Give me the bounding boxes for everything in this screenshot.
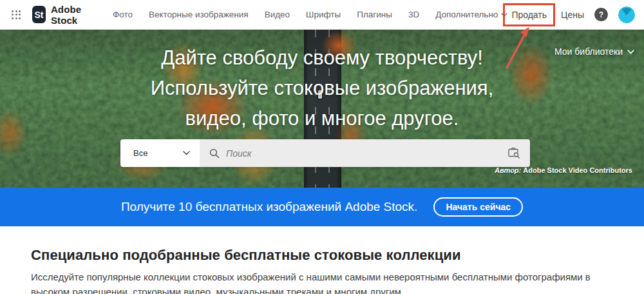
app-launcher-icon[interactable] [12, 10, 21, 19]
chevron-down-icon [501, 13, 507, 17]
search-category-value: Все [133, 148, 147, 158]
collections-description: Исследуйте популярные коллекции стоковых… [31, 270, 613, 294]
more-label: Дополнительно [435, 10, 498, 19]
sell-link[interactable]: Продать [511, 10, 547, 20]
nav-item-fonts[interactable]: Шрифты [306, 10, 341, 19]
help-button[interactable]: ? [594, 8, 608, 21]
hero-section: Дайте свободу своему творчеству! Использ… [0, 30, 644, 188]
nav-item-video[interactable]: Видео [265, 10, 290, 19]
credit-value: Adobe Stock Video Contributors [523, 166, 632, 174]
chevron-down-icon [627, 50, 634, 54]
header-right: Продать Цены ? [507, 6, 635, 23]
search-input[interactable] [226, 148, 502, 159]
primary-nav: Фото Векторные изображения Видео Шрифты … [113, 10, 419, 19]
avatar-icon [618, 6, 635, 23]
visual-search-icon[interactable] [508, 148, 520, 159]
search-field [200, 139, 530, 167]
promo-banner: Получите 10 бесплатных изображений Adobe… [0, 188, 644, 226]
collections-title: Специально подобранные бесплатные стоков… [31, 247, 613, 264]
nav-item-plugins[interactable]: Плагины [357, 10, 392, 19]
hero-heading-line3: видео, фото и многое другое. [0, 103, 644, 133]
hero-heading: Дайте свободу своему творчеству! Использ… [0, 43, 644, 133]
my-libraries-label: Мои библиотеки [554, 46, 623, 57]
sell-wrapper: Продать [507, 9, 551, 21]
image-credit: Автор: Adobe Stock Video Contributors [495, 166, 632, 174]
user-avatar[interactable] [618, 6, 635, 23]
hero-heading-line1: Дайте свободу своему творчеству! [0, 43, 644, 73]
chevron-down-icon [183, 151, 190, 155]
adobe-stock-homepage: St Adobe Stock Фото Векторные изображени… [0, 0, 644, 294]
adobe-stock-logo[interactable]: St Adobe Stock [32, 4, 97, 26]
nav-item-photos[interactable]: Фото [113, 10, 133, 19]
promo-banner-text: Получите 10 бесплатных изображений Adobe… [121, 200, 418, 214]
nav-item-more[interactable]: Дополнительно [435, 10, 507, 19]
start-now-button[interactable]: Начать сейчас [433, 197, 523, 217]
search-icon [209, 148, 220, 159]
pricing-link[interactable]: Цены [561, 10, 584, 20]
collections-section: Специально подобранные бесплатные стоков… [0, 226, 644, 294]
stock-logo-text: Adobe Stock [51, 4, 97, 26]
search-bar: Все [120, 139, 530, 167]
hero-heading-line2: Используйте стоковые изображения, [0, 73, 644, 103]
nav-item-3d[interactable]: 3D [408, 10, 419, 19]
question-mark-icon: ? [599, 10, 603, 19]
credit-label: Автор: [495, 166, 521, 174]
stock-logo-badge: St [32, 6, 46, 23]
nav-item-vectors[interactable]: Векторные изображения [149, 10, 249, 19]
my-libraries-button[interactable]: Мои библиотеки [554, 46, 634, 57]
search-category-dropdown[interactable]: Все [120, 139, 200, 167]
top-nav-bar: St Adobe Stock Фото Векторные изображени… [0, 0, 644, 30]
